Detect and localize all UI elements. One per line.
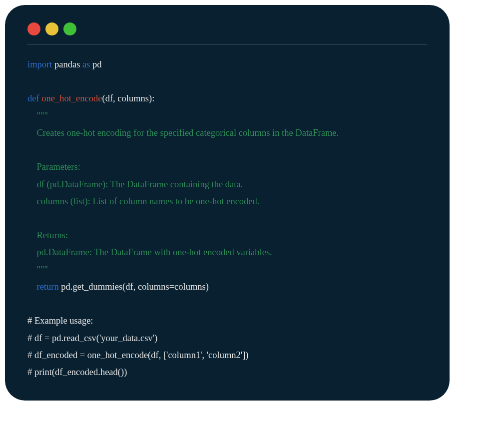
function-name: one_hot_encode	[41, 93, 102, 103]
comment-example-header: # Example usage:	[27, 316, 93, 326]
comment-example-read: # df = pd.read_csv('your_data.csv')	[27, 333, 157, 343]
code-window: import pandas as pd def one_hot_encode(d…	[5, 5, 450, 401]
code-block: import pandas as pd def one_hot_encode(d…	[27, 56, 427, 381]
keyword-def: def	[27, 93, 39, 103]
docstring-returns: pd.DataFrame: The DataFrame with one-hot…	[27, 247, 272, 257]
docstring-param-df: df (pd.DataFrame): The DataFrame contain…	[27, 179, 243, 189]
docstring-params-header: Parameters:	[27, 162, 80, 172]
window-titlebar	[27, 22, 427, 45]
function-signature: (df, columns):	[102, 93, 155, 103]
comment-example-encode: # df_encoded = one_hot_encode(df, ['colu…	[27, 350, 248, 360]
indent	[27, 282, 37, 292]
docstring-close: """	[27, 265, 48, 275]
keyword-as: as	[82, 59, 90, 69]
maximize-icon[interactable]	[63, 22, 76, 35]
docstring-returns-header: Returns:	[27, 230, 68, 240]
comment-example-print: # print(df_encoded.head())	[27, 367, 127, 377]
close-icon[interactable]	[27, 22, 40, 35]
alias-name: pd	[90, 59, 101, 69]
docstring-summary: Creates one-hot encoding for the specifi…	[27, 128, 339, 138]
return-expression: pd.get_dummies(df, columns=columns)	[59, 282, 209, 292]
minimize-icon[interactable]	[45, 22, 58, 35]
module-name: pandas	[52, 59, 82, 69]
docstring-param-columns: columns (list): List of column names to …	[27, 196, 259, 206]
keyword-import: import	[27, 59, 52, 69]
docstring-open: """	[27, 111, 48, 121]
keyword-return: return	[37, 282, 59, 292]
